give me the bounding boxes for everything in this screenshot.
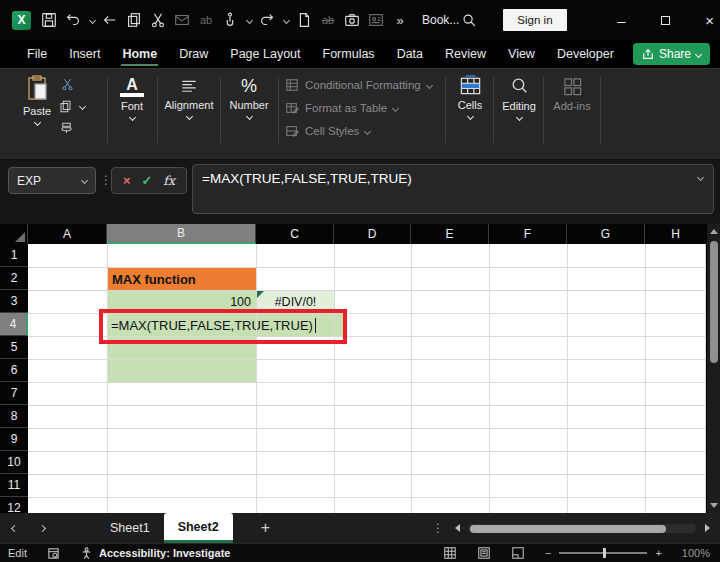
scroll-down-icon[interactable] <box>710 503 718 508</box>
cut-icon[interactable] <box>148 10 168 30</box>
row-header-5[interactable]: 5 <box>0 336 28 359</box>
row-header-12[interactable]: 12 <box>0 497 28 513</box>
column-header-b[interactable]: B <box>107 224 256 244</box>
zoom-in-button[interactable]: + <box>655 547 661 559</box>
alignment-group-button[interactable]: Alignment <box>160 77 218 119</box>
camera-icon[interactable] <box>342 10 362 30</box>
next-sheet-icon[interactable] <box>28 526 56 531</box>
cell-styles-button[interactable]: Cell Styles <box>285 124 370 138</box>
sheet-tab-sheet1[interactable]: Sheet1 <box>96 513 164 543</box>
tab-developer[interactable]: Developer <box>546 40 625 68</box>
cell-b2[interactable]: MAX function <box>107 267 257 291</box>
copy-small-icon[interactable] <box>58 99 85 114</box>
page-layout-view-icon[interactable] <box>477 546 491 560</box>
tab-review[interactable]: Review <box>434 40 497 68</box>
font-group-button[interactable]: A Font <box>110 77 154 120</box>
formula-input[interactable]: =MAX(TRUE,FALSE,TRUE,TRUE) <box>192 164 714 214</box>
column-header-a[interactable]: A <box>28 224 107 244</box>
cell-b3[interactable]: 100 <box>107 290 257 314</box>
tab-page-layout[interactable]: Page Layout <box>219 40 311 68</box>
copy-icon[interactable] <box>124 10 144 30</box>
accessibility-icon[interactable] <box>80 547 93 560</box>
tab-insert[interactable]: Insert <box>58 40 111 68</box>
format-painter-icon[interactable] <box>59 121 74 136</box>
close-button[interactable]: × <box>695 6 720 34</box>
row-header-9[interactable]: 9 <box>0 428 28 451</box>
tab-data[interactable]: Data <box>386 40 434 68</box>
sheet-options-icon[interactable]: ⋮ <box>432 521 444 535</box>
vertical-scrollbar[interactable] <box>706 224 720 513</box>
back-arrow-icon[interactable] <box>100 10 120 30</box>
row-header-10[interactable]: 10 <box>0 451 28 474</box>
confirm-entry-button[interactable]: ✓ <box>142 173 153 188</box>
zoom-slider-thumb[interactable] <box>603 548 606 558</box>
add-sheet-button[interactable]: + <box>261 519 270 537</box>
format-as-table-button[interactable]: Format as Table <box>285 101 398 115</box>
horizontal-scrollbar[interactable] <box>468 524 696 533</box>
row-header-3[interactable]: 3 <box>0 290 28 313</box>
column-header-h[interactable]: H <box>645 224 706 244</box>
cell-b5[interactable] <box>107 336 257 360</box>
column-header-c[interactable]: C <box>256 224 334 244</box>
tab-file[interactable]: File <box>16 40 58 68</box>
cells-group-button[interactable]: Cells <box>449 74 491 119</box>
previous-sheet-icon[interactable] <box>0 526 28 531</box>
horizontal-scroll-thumb[interactable] <box>470 525 666 533</box>
sheet-tab-sheet2[interactable]: Sheet2 <box>164 513 233 543</box>
tab-formulas[interactable]: Formulas <box>312 40 386 68</box>
row-header-6[interactable]: 6 <box>0 359 28 382</box>
sign-in-button[interactable]: Sign in <box>503 9 566 31</box>
vertical-scroll-thumb[interactable] <box>710 241 718 363</box>
touch-mode-icon[interactable] <box>220 10 240 30</box>
zoom-slider[interactable] <box>559 552 647 554</box>
row-header-1[interactable]: 1 <box>0 244 28 267</box>
minimize-button[interactable]: – <box>607 6 637 34</box>
column-header-d[interactable]: D <box>334 224 411 244</box>
editing-group-button[interactable]: Editing <box>496 76 542 120</box>
maximize-button[interactable] <box>651 6 681 34</box>
tab-view[interactable]: View <box>497 40 546 68</box>
cell-c3[interactable]: #DIV/0! <box>256 290 335 314</box>
formula-bar-expand-icon[interactable] <box>697 174 704 181</box>
page-break-preview-icon[interactable] <box>511 546 525 560</box>
touch-mode-chevron-icon[interactable] <box>244 10 254 30</box>
column-header-g[interactable]: G <box>567 224 645 244</box>
row-header-8[interactable]: 8 <box>0 405 28 428</box>
paste-button[interactable]: Paste <box>16 75 58 125</box>
tab-home[interactable]: Home <box>111 40 168 68</box>
share-button[interactable]: Share <box>633 43 710 65</box>
cell-b4-editing[interactable]: =MAX(TRUE,FALSE,TRUE,TRUE) <box>107 313 345 337</box>
save-icon[interactable] <box>39 10 59 30</box>
row-header-2[interactable]: 2 <box>0 267 28 290</box>
insert-function-button[interactable]: fx <box>163 173 175 188</box>
row-header-4[interactable]: 4 <box>0 313 28 336</box>
select-all-corner[interactable] <box>0 224 28 244</box>
new-file-icon[interactable] <box>294 10 314 30</box>
cut-small-icon[interactable] <box>60 77 75 92</box>
name-box[interactable]: EXP <box>8 167 96 194</box>
redo-icon[interactable] <box>257 10 277 30</box>
row-header-11[interactable]: 11 <box>0 474 28 497</box>
column-header-f[interactable]: F <box>489 224 567 244</box>
undo-chevron-icon[interactable] <box>87 10 97 30</box>
hscroll-left-icon[interactable] <box>455 524 460 532</box>
redo-chevron-icon[interactable] <box>281 10 291 30</box>
cells-area[interactable]: MAX function 100 #DIV/0! =MAX(TRUE,FALSE… <box>28 244 706 513</box>
conditional-formatting-button[interactable]: Conditional Formatting <box>285 78 432 92</box>
column-header-e[interactable]: E <box>411 224 489 244</box>
normal-view-icon[interactable] <box>443 546 457 560</box>
hscroll-right-icon[interactable] <box>705 524 710 532</box>
scroll-up-icon[interactable] <box>710 229 718 234</box>
number-group-button[interactable]: % Number <box>223 76 275 119</box>
accessibility-status[interactable]: Accessibility: Investigate <box>99 547 230 559</box>
zoom-level[interactable]: 100% <box>682 547 710 559</box>
cell-b6[interactable] <box>107 359 257 383</box>
undo-icon[interactable] <box>63 10 83 30</box>
row-header-7[interactable]: 7 <box>0 382 28 405</box>
qat-overflow-icon[interactable]: » <box>390 10 410 30</box>
tab-draw[interactable]: Draw <box>168 40 219 68</box>
zoom-out-button[interactable]: − <box>545 547 551 559</box>
cancel-entry-button[interactable]: × <box>123 173 131 188</box>
macro-record-icon[interactable] <box>47 547 60 560</box>
search-icon[interactable] <box>459 10 479 30</box>
